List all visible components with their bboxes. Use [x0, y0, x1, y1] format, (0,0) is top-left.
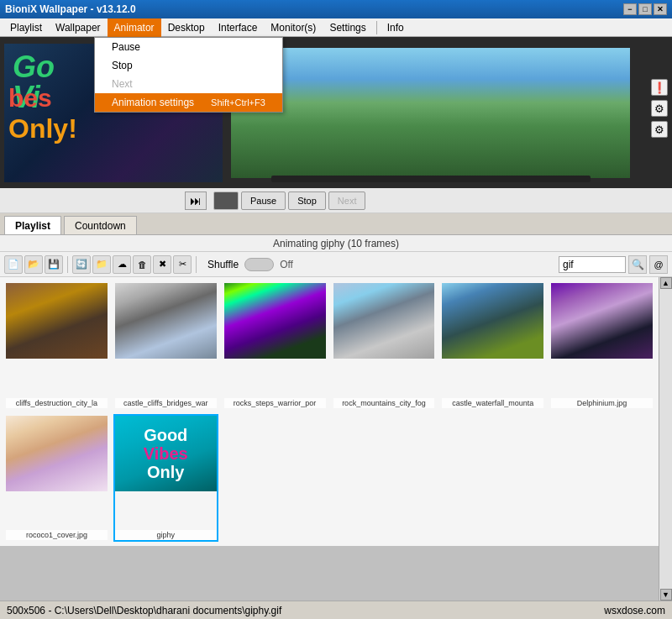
playlist-grid: cliffs_destruction_city_la castle_cliffs…	[0, 277, 659, 546]
title-bar: BioniX Wallpaper - v13.12.0 − □ ✕	[0, 0, 672, 18]
grid-thumb-castle-waterfall	[442, 283, 543, 359]
settings-button[interactable]: ⚙	[651, 121, 668, 138]
menu-info[interactable]: Info	[381, 18, 411, 37]
minimize-button[interactable]: −	[623, 3, 637, 15]
search-input[interactable]	[559, 256, 626, 273]
cut-button[interactable]: ✂	[173, 255, 192, 274]
grid-label-cliffs: cliffs_destruction_city_la	[6, 398, 108, 408]
search-box: 🔍 @	[559, 255, 668, 274]
grid-thumb-delphinium	[551, 283, 653, 359]
scrollbar[interactable]: ▲ ▼	[659, 277, 672, 601]
dropdown-stop[interactable]: Stop	[95, 56, 282, 75]
grid-label-castle: castle_cliffs_bridges_war	[115, 398, 217, 408]
save-button[interactable]: 💾	[45, 255, 63, 274]
at-button[interactable]: @	[649, 255, 668, 274]
open2-button[interactable]: 📁	[92, 255, 111, 274]
grid-item-rococo[interactable]: rococo1_cover.jpg	[4, 414, 109, 543]
tab-countdown[interactable]: Countdown	[64, 216, 137, 234]
toolbar-separator-2	[196, 256, 197, 273]
grid-thumb-castle	[115, 283, 217, 359]
maximize-button[interactable]: □	[638, 3, 652, 15]
grid-item-castle-waterfall[interactable]: castle_waterfall_mounta	[440, 281, 545, 410]
grid-label-rock-mountains: rock_mountains_city_fog	[333, 398, 435, 408]
preview-text-vibes: bes	[8, 86, 52, 111]
grid-thumb-rocks	[224, 283, 326, 359]
tab-playlist[interactable]: Playlist	[4, 216, 61, 234]
pause-button[interactable]: Pause	[241, 191, 286, 210]
file-path: 500x506 - C:\Users\Dell\Desktop\dharani …	[7, 605, 281, 616]
toolbar: 📄 📂 💾 🔄 📁 ☁ 🗑 ✖ ✂ Shuffle Off 🔍 @	[0, 252, 672, 277]
shuffle-state: Off	[280, 259, 293, 270]
delete-button[interactable]: 🗑	[133, 255, 151, 274]
dropdown-pause[interactable]: Pause	[95, 38, 282, 56]
grid-label-rococo: rococo1_cover.jpg	[6, 530, 108, 540]
app-title: BioniX Wallpaper - v13.12.0	[5, 3, 136, 15]
grid-label-rocks: rocks_steps_warrior_por	[224, 398, 326, 408]
brand-text: wsxdose.com	[604, 605, 665, 616]
playback-bar: ⏭ Pause Stop Next	[0, 188, 672, 213]
close-button[interactable]: ✕	[654, 3, 667, 15]
grid-item-rocks[interactable]: rocks_steps_warrior_por	[223, 281, 328, 410]
title-bar-controls: − □ ✕	[623, 3, 667, 15]
grid-item-giphy[interactable]: Good Vibes Only giphy	[113, 414, 218, 543]
scroll-up-button[interactable]: ▲	[660, 277, 672, 289]
tab-bar: Playlist Countdown	[0, 213, 672, 235]
giphy-text1: Good	[144, 426, 187, 444]
menu-wallpaper[interactable]: Wallpaper	[49, 18, 108, 37]
menu-playlist[interactable]: Playlist	[3, 18, 49, 37]
menu-animator[interactable]: Animator	[108, 18, 161, 37]
grid-label-giphy: giphy	[115, 530, 217, 540]
menu-desktop[interactable]: Desktop	[161, 18, 212, 37]
giphy-text2: Vibes	[144, 444, 188, 463]
stop-button[interactable]: Stop	[288, 191, 326, 210]
shuffle-label: Shuffle	[207, 259, 239, 270]
cloud-button[interactable]: ☁	[113, 255, 131, 274]
preview-text-only: Only!	[8, 115, 77, 142]
menu-separator	[376, 21, 377, 34]
scroll-down-button[interactable]: ▼	[660, 589, 672, 601]
gear-button[interactable]: ⚙	[651, 100, 668, 117]
menu-bar: Playlist Wallpaper Animator Desktop Inte…	[0, 18, 672, 37]
dropdown-animation-settings[interactable]: Animation settings Shift+Ctrl+F3	[95, 93, 282, 112]
giphy-text3: Only	[147, 463, 184, 481]
menu-interface[interactable]: Interface	[212, 18, 265, 37]
grid-label-castle-waterfall: castle_waterfall_mounta	[442, 398, 543, 408]
shuffle-toggle[interactable]	[244, 258, 274, 271]
menu-settings[interactable]: Settings	[323, 18, 372, 37]
new-button[interactable]: 📄	[4, 255, 23, 274]
animator-dropdown: Pause Stop Next Animation settings Shift…	[94, 37, 283, 113]
grid-thumb-rococo	[6, 416, 108, 491]
open-button[interactable]: 📂	[24, 255, 43, 274]
monitor-frame	[231, 48, 630, 178]
grid-item-delphinium[interactable]: Delphinium.jpg	[549, 281, 654, 410]
search-button[interactable]: 🔍	[628, 255, 647, 274]
toolbar-separator-1	[67, 256, 68, 273]
grid-item-cliffs[interactable]: cliffs_destruction_city_la	[4, 281, 109, 410]
alert-button[interactable]: ❗	[651, 79, 668, 96]
next-button[interactable]: Next	[328, 191, 366, 210]
grid-item-rock-mountains[interactable]: rock_mountains_city_fog	[332, 281, 437, 410]
remove-button[interactable]: ✖	[153, 255, 171, 274]
grid-thumb-rock-mountains	[333, 283, 435, 359]
right-buttons: ❗ ⚙ ⚙	[651, 79, 668, 138]
status-line: Animating giphy (10 frames)	[0, 235, 672, 252]
thumb-preview	[213, 191, 239, 210]
right-preview	[231, 48, 630, 178]
menu-monitors[interactable]: Monitor(s)	[264, 18, 323, 37]
skip-button[interactable]: ⏭	[185, 191, 207, 210]
grid-label-delphinium: Delphinium.jpg	[551, 398, 653, 408]
bottom-bar: 500x506 - C:\Users\Dell\Desktop\dharani …	[0, 601, 672, 619]
grid-item-castle[interactable]: castle_cliffs_bridges_war	[113, 281, 218, 410]
grid-thumb-cliffs	[6, 283, 108, 359]
dropdown-next: Next	[95, 75, 282, 93]
refresh-button[interactable]: 🔄	[72, 255, 91, 274]
grid-thumb-giphy: Good Vibes Only	[115, 416, 217, 491]
